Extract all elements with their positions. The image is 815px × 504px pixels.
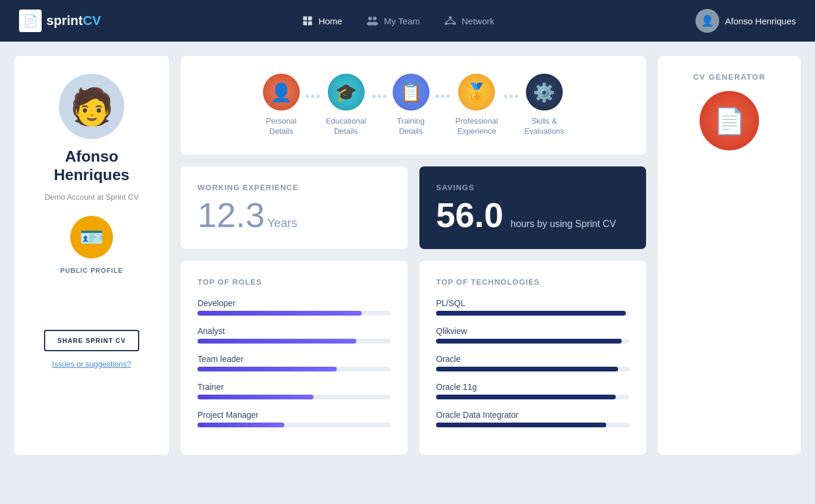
- step-icon-professional: 🏅: [458, 74, 495, 111]
- working-title: WORKING EXPERIENCE: [198, 183, 391, 192]
- tech-label-odi: Oracle Data Integrator: [436, 410, 629, 420]
- step-educational[interactable]: 🎓 EducationalDetails: [326, 74, 366, 137]
- savings-title: SAVINGS: [436, 183, 629, 192]
- step-professional[interactable]: 🏅 ProfessionalExperience: [456, 74, 499, 137]
- role-bar-analyst: Analyst: [198, 326, 391, 344]
- working-value-row: 12.3 Years: [198, 198, 391, 232]
- svg-rect-3: [308, 21, 312, 26]
- savings-description: hours by using Sprint CV: [510, 219, 616, 229]
- top-technologies-card: TOP OF TECHNOLOGIES PL/SQL Qlikview Orac…: [419, 261, 646, 455]
- cv-generator-card: CV GENERATOR 📄: [658, 56, 801, 455]
- step-dots-1: [300, 94, 326, 116]
- tech-fill-oracle11g: [436, 395, 616, 399]
- step-label-personal: PersonalDetails: [266, 116, 296, 137]
- user-menu[interactable]: 👤 Afonso Henriques: [695, 9, 796, 33]
- tech-bar-plsql: PL/SQL: [436, 298, 629, 316]
- tech-label-qlikview: Qlikview: [436, 326, 629, 336]
- tech-label-oracle: Oracle: [436, 354, 629, 364]
- role-label-developer: Developer: [198, 298, 391, 308]
- working-number: 12.3: [198, 196, 265, 234]
- svg-point-7: [372, 22, 378, 26]
- logo-icon: 📄: [19, 10, 42, 32]
- top-roles-title: TOP OF ROLES: [198, 278, 391, 286]
- step-dots-2: [366, 94, 393, 116]
- svg-point-4: [368, 17, 372, 20]
- tech-fill-odi: [436, 423, 606, 427]
- svg-line-12: [450, 19, 454, 23]
- nav-links: Home My Team Network: [302, 15, 494, 27]
- role-track-team-leader: [198, 367, 391, 371]
- step-icon-skills: ⚙️: [526, 74, 563, 111]
- step-training[interactable]: 📋 TrainingDetails: [393, 74, 430, 137]
- step-dots-3: [430, 94, 456, 116]
- public-profile-icon[interactable]: 🪪: [70, 216, 113, 259]
- user-avatar-nav: 👤: [695, 9, 719, 33]
- step-dots-4: [498, 94, 524, 116]
- tech-bar-odi: Oracle Data Integrator: [436, 410, 629, 427]
- step-label-educational: EducationalDetails: [326, 116, 366, 137]
- role-fill-analyst: [198, 339, 356, 344]
- svg-point-5: [373, 17, 377, 20]
- role-fill-project-manager: [198, 423, 284, 427]
- savings-card: SAVINGS 56.0 hours by using Sprint CV: [419, 166, 646, 249]
- center-column: 👤 PersonalDetails 🎓 EducationalDetails 📋…: [181, 56, 646, 455]
- role-bar-team-leader: Team leader: [198, 354, 391, 371]
- tech-track-plsql: [436, 311, 629, 316]
- tech-track-qlikview: [436, 339, 629, 344]
- tech-bar-oracle: Oracle: [436, 354, 629, 371]
- role-fill-developer: [198, 311, 362, 316]
- tech-bar-oracle11g: Oracle 11g: [436, 382, 629, 399]
- svg-rect-0: [303, 17, 308, 21]
- sidebar-card: 🧑 Afonso Henriques Demo Account at Sprin…: [14, 56, 169, 455]
- cv-generator-icon[interactable]: 📄: [700, 91, 759, 150]
- team-icon: [366, 15, 379, 27]
- step-label-training: TrainingDetails: [397, 116, 424, 137]
- role-fill-trainer: [198, 395, 314, 399]
- logo-text: sprintCV: [46, 13, 101, 29]
- tech-fill-oracle: [436, 367, 618, 371]
- logo[interactable]: 📄 sprintCV: [19, 10, 101, 32]
- main-content: 🧑 Afonso Henriques Demo Account at Sprin…: [0, 42, 815, 469]
- public-profile-label: PUBLIC PROFILE: [60, 267, 123, 274]
- tech-label-oracle11g: Oracle 11g: [436, 382, 629, 392]
- nav-my-team[interactable]: My Team: [366, 15, 420, 27]
- tech-label-plsql: PL/SQL: [436, 298, 629, 308]
- step-personal[interactable]: 👤 PersonalDetails: [263, 74, 300, 137]
- top-technologies-title: TOP OF TECHNOLOGIES: [436, 278, 629, 286]
- tech-bar-qlikview: Qlikview: [436, 326, 629, 344]
- role-track-trainer: [198, 395, 391, 399]
- steps-card: 👤 PersonalDetails 🎓 EducationalDetails 📋…: [181, 56, 646, 155]
- role-bar-trainer: Trainer: [198, 382, 391, 399]
- tech-fill-qlikview: [436, 339, 622, 344]
- step-icon-educational: 🎓: [328, 74, 365, 111]
- nav-home[interactable]: Home: [302, 15, 342, 27]
- role-track-developer: [198, 311, 391, 316]
- step-label-skills: Skills &Evaluations: [524, 116, 564, 137]
- user-name: Afonso Henriques: [26, 147, 157, 184]
- nav-network[interactable]: Network: [444, 15, 494, 27]
- cv-generator-title: CV GENERATOR: [693, 73, 766, 81]
- user-subtitle: Demo Account at Sprint CV: [45, 193, 139, 201]
- role-label-team-leader: Team leader: [198, 354, 391, 364]
- role-bar-project-manager: Project Manager: [198, 410, 391, 427]
- navbar: 📄 sprintCV Home My Team Network 👤 Afonso…: [0, 0, 815, 42]
- tech-track-oracle: [436, 367, 629, 371]
- issues-link[interactable]: Issues or suggestions?: [52, 360, 131, 368]
- share-button[interactable]: SHARE SPRINT CV: [44, 330, 139, 351]
- savings-number: 56.0: [436, 196, 503, 234]
- working-unit: Years: [267, 216, 297, 229]
- avatar: 🧑: [59, 74, 124, 139]
- role-label-analyst: Analyst: [198, 326, 391, 336]
- network-icon: [444, 15, 457, 27]
- step-icon-training: 📋: [393, 74, 430, 111]
- role-bar-developer: Developer: [198, 298, 391, 316]
- tech-track-odi: [436, 423, 629, 427]
- step-skills[interactable]: ⚙️ Skills &Evaluations: [524, 74, 564, 137]
- bottom-row: TOP OF ROLES Developer Analyst Team lead…: [181, 261, 646, 455]
- top-roles-card: TOP OF ROLES Developer Analyst Team lead…: [181, 261, 408, 455]
- role-track-project-manager: [198, 423, 391, 427]
- savings-value-row: 56.0 hours by using Sprint CV: [436, 198, 629, 232]
- svg-rect-1: [308, 17, 312, 21]
- role-label-project-manager: Project Manager: [198, 410, 391, 420]
- working-experience-card: WORKING EXPERIENCE 12.3 Years: [181, 166, 408, 249]
